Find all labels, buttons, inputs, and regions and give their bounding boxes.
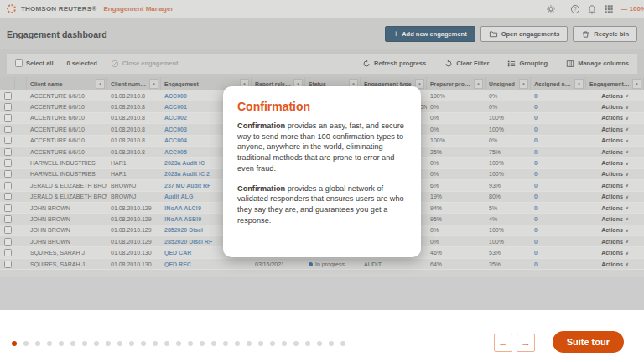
column-filter-dropdown-icon[interactable]: ▾ (474, 79, 483, 89)
engagement-link[interactable]: QED CAR (164, 250, 191, 256)
actions-button[interactable]: Actions∨ (601, 115, 629, 121)
engagement-link[interactable]: ACC000 (164, 93, 187, 99)
actions-button[interactable]: Actions∨ (601, 194, 629, 199)
tour-dot[interactable] (200, 341, 205, 346)
actions-button[interactable]: Actions∨ (601, 127, 629, 132)
settings-gear-icon[interactable] (546, 4, 556, 14)
row-checkbox[interactable] (4, 170, 12, 178)
actions-button[interactable]: Actions∨ (601, 93, 629, 99)
column-header-engagement-a[interactable]: Engagement a...▾ (586, 77, 644, 90)
column-header-unsigned[interactable]: Unsigned▾ (486, 77, 531, 90)
tour-dot[interactable] (129, 341, 134, 346)
column-filter-dropdown-icon[interactable]: ▾ (149, 79, 158, 89)
assigned-notes-link[interactable]: 0 (534, 127, 538, 132)
actions-button[interactable]: Actions∨ (601, 250, 629, 256)
assigned-notes-link[interactable]: 0 (534, 183, 538, 189)
assigned-notes-link[interactable]: 0 (534, 93, 538, 99)
manage-columns-button[interactable]: Manage columns (566, 59, 629, 68)
tour-dot[interactable] (235, 341, 240, 346)
column-header-assigned-notes[interactable]: Assigned notes▾ (531, 77, 586, 90)
tour-dot[interactable] (117, 341, 122, 346)
engagement-link[interactable]: ACC001 (164, 104, 187, 110)
clear-filter-button[interactable]: Clear Filter (444, 59, 489, 68)
row-checkbox[interactable] (4, 137, 12, 144)
previous-step-button[interactable]: ← (494, 334, 512, 352)
engagement-link[interactable]: 237 MU Audit RF (164, 183, 210, 189)
assigned-notes-link[interactable]: 0 (534, 160, 538, 166)
actions-button[interactable]: Actions∨ (601, 261, 629, 267)
add-new-engagement-button[interactable]: + Add new engagement (385, 26, 475, 42)
assigned-notes-link[interactable]: 0 (534, 171, 538, 177)
assigned-notes-link[interactable]: 0 (534, 149, 538, 155)
row-checkbox[interactable] (4, 193, 12, 200)
select-all-checkbox[interactable] (15, 59, 23, 67)
tour-dot[interactable] (106, 341, 111, 346)
apps-grid-icon[interactable] (604, 4, 614, 14)
engagement-link[interactable]: ACC005 (164, 149, 187, 155)
row-checkbox[interactable] (4, 215, 12, 223)
actions-button[interactable]: Actions∨ (601, 160, 629, 166)
row-checkbox[interactable] (4, 148, 12, 156)
tour-dot[interactable] (70, 341, 75, 346)
row-checkbox[interactable] (4, 249, 12, 256)
tour-dot[interactable] (211, 341, 216, 346)
row-checkbox[interactable] (4, 103, 12, 111)
engagement-link[interactable]: 2852020 Discl (164, 227, 203, 233)
tour-dot[interactable] (317, 341, 322, 346)
suite-tour-button[interactable]: Suite tour (553, 331, 624, 353)
tour-dot[interactable] (82, 341, 87, 346)
notifications-bell-icon[interactable] (587, 4, 597, 14)
tour-dot[interactable] (223, 341, 228, 346)
assigned-notes-link[interactable]: 0 (534, 115, 538, 121)
tour-dot[interactable] (340, 341, 345, 346)
column-filter-dropdown-icon[interactable]: ▾ (96, 79, 105, 89)
tour-dot[interactable] (47, 341, 52, 346)
zoom-level-indicator[interactable]: — 100% (621, 5, 644, 13)
engagement-link[interactable]: 2023a Audit IC 2 (164, 171, 210, 177)
tour-dot[interactable] (94, 341, 99, 346)
actions-button[interactable]: Actions∨ (601, 227, 629, 233)
row-checkbox[interactable] (4, 261, 12, 268)
column-filter-dropdown-icon[interactable]: ▾ (519, 79, 528, 89)
engagement-link[interactable]: ACC003 (164, 127, 187, 132)
engagement-link[interactable]: ACC002 (164, 115, 187, 121)
assigned-notes-link[interactable]: 0 (534, 250, 538, 256)
tour-dot[interactable] (176, 341, 181, 346)
row-checkbox[interactable] (4, 92, 12, 100)
assigned-notes-link[interactable]: 0 (534, 205, 538, 211)
row-checkbox[interactable] (4, 126, 12, 133)
actions-button[interactable]: Actions∨ (601, 104, 629, 110)
refresh-progress-button[interactable]: Refresh progress (362, 59, 426, 68)
close-engagement-button[interactable]: Close engagement (111, 59, 179, 68)
tour-dot[interactable] (23, 341, 29, 346)
actions-button[interactable]: Actions∨ (601, 239, 629, 245)
tour-dot[interactable] (188, 341, 193, 346)
column-filter-dropdown-icon[interactable]: ▾ (632, 79, 641, 89)
row-checkbox[interactable] (4, 204, 12, 212)
tour-dot[interactable] (329, 341, 334, 346)
actions-button[interactable]: Actions∨ (601, 137, 629, 143)
row-checkbox[interactable] (4, 182, 12, 189)
tour-dot[interactable] (305, 341, 310, 346)
assigned-notes-link[interactable]: 0 (534, 261, 538, 267)
row-checkbox[interactable] (4, 159, 12, 167)
tour-dot[interactable] (35, 341, 40, 346)
assigned-notes-link[interactable]: 0 (534, 227, 538, 233)
row-checkbox[interactable] (4, 226, 12, 234)
column-header-preparer-progress[interactable]: Preparer progress▾ (427, 77, 486, 90)
assigned-notes-link[interactable]: 0 (534, 137, 538, 143)
open-engagements-button[interactable]: Open engagements (480, 26, 569, 42)
tour-dot[interactable] (293, 341, 299, 346)
column-filter-dropdown-icon[interactable]: ▾ (574, 79, 584, 89)
assigned-notes-link[interactable]: 0 (534, 104, 538, 110)
tour-dot[interactable] (153, 341, 158, 346)
tour-dot[interactable] (59, 341, 64, 346)
engagement-link[interactable]: !NoAA ALC!9 (164, 205, 201, 211)
tour-dot[interactable] (247, 341, 252, 346)
row-checkbox[interactable] (4, 238, 12, 246)
tour-dot[interactable] (270, 341, 275, 346)
actions-button[interactable]: Actions∨ (601, 149, 629, 155)
assigned-notes-link[interactable]: 0 (534, 194, 538, 199)
assigned-notes-link[interactable]: 0 (534, 239, 538, 245)
assigned-notes-link[interactable]: 0 (534, 216, 538, 222)
